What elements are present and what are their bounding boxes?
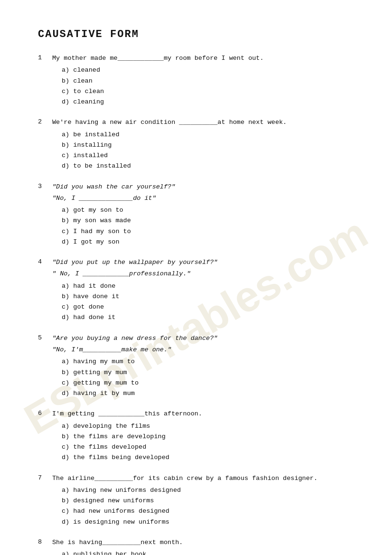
option-item: a) having my mum to	[62, 357, 354, 367]
options-list: a) got my son tob) my son was madec) I h…	[52, 205, 354, 247]
question-body: "Are you buying a new dress for the danc…	[52, 334, 354, 399]
option-item: b) getting my mum	[62, 367, 354, 378]
question-text: The airline__________for its cabin crew …	[52, 474, 354, 483]
option-item: d) the films being developed	[62, 452, 354, 463]
option-item: c) to clean	[62, 86, 354, 97]
options-list: a) be installedb) installingc) installed…	[52, 130, 354, 172]
option-item: d) having it by mum	[62, 388, 354, 399]
questions-container: 1My mother made me____________my room be…	[38, 54, 354, 555]
question-number: 5	[38, 334, 52, 341]
question-body: I'm getting ____________this afternoon.a…	[52, 409, 354, 463]
option-item: c) got done	[62, 302, 354, 312]
option-item: d) is designing new uniforms	[62, 517, 354, 527]
option-item: a) be installed	[62, 130, 354, 140]
question-number: 4	[38, 258, 52, 265]
question-body: She is having__________next month.a) pub…	[52, 538, 354, 555]
option-item: b) the films are developing	[62, 432, 354, 442]
option-item: c) had new uniforms designed	[62, 506, 354, 517]
question-body: "Did you wash the car yourself?""No, I _…	[52, 182, 354, 248]
question-text-line: "No, I ______________do it"	[52, 194, 354, 203]
option-item: a) having new uniforms designed	[62, 485, 354, 496]
option-item: a) cleaned	[62, 65, 354, 75]
options-list: a) having new uniforms designedb) design…	[52, 485, 354, 527]
question-number: 6	[38, 409, 52, 417]
question-body: "Did you put up the wallpaper by yoursel…	[52, 258, 354, 323]
option-item: c) the films developed	[62, 442, 354, 452]
options-list: a) having my mum tob) getting my mumc) g…	[52, 357, 354, 399]
option-item: b) clean	[62, 76, 354, 86]
option-item: c) getting my mum to	[62, 378, 354, 388]
question-text: I'm getting ____________this afternoon.	[52, 409, 354, 419]
question-text: My mother made me____________my room bef…	[52, 54, 354, 63]
question-body: We're having a new air condition _______…	[52, 118, 354, 171]
question-number: 1	[38, 54, 52, 61]
question-text-line: "Are you buying a new dress for the danc…	[52, 334, 354, 343]
question-block: 5"Are you buying a new dress for the dan…	[38, 334, 354, 399]
question-block: 8She is having__________next month.a) pu…	[38, 538, 354, 555]
option-item: b) installing	[62, 140, 354, 151]
question-number: 8	[38, 538, 52, 546]
option-item: a) developing the films	[62, 421, 354, 432]
page-title: CAUSATIVE FORM	[38, 28, 354, 40]
question-block: 3"Did you wash the car yourself?""No, I …	[38, 182, 354, 248]
question-number: 7	[38, 474, 52, 481]
question-text-line: " No, I ____________professionally."	[52, 269, 354, 279]
options-list: a) developing the filmsb) the films are …	[52, 421, 354, 463]
option-item: c) I had my son to	[62, 226, 354, 237]
option-item: d) to be installed	[62, 161, 354, 171]
option-item: b) designed new uniforms	[62, 496, 354, 506]
option-item: d) I got my son	[62, 237, 354, 247]
question-text: We're having a new air condition _______…	[52, 118, 354, 127]
options-list: a) publishing her bookb) her book publis…	[52, 549, 354, 555]
question-block: 6I'm getting ____________this afternoon.…	[38, 409, 354, 463]
question-block: 2We're having a new air condition ______…	[38, 118, 354, 171]
option-item: a) had it done	[62, 281, 354, 292]
question-block: 1My mother made me____________my room be…	[38, 54, 354, 107]
question-text: She is having__________next month.	[52, 538, 354, 547]
option-item: b) my son was made	[62, 216, 354, 226]
option-item: d) cleaning	[62, 97, 354, 107]
option-item: a) got my son to	[62, 205, 354, 216]
question-block: 4"Did you put up the wallpaper by yourse…	[38, 258, 354, 323]
option-item: b) have done it	[62, 292, 354, 302]
question-text-line: "Did you wash the car yourself?"	[52, 182, 354, 192]
question-number: 2	[38, 118, 52, 125]
option-item: d) had done it	[62, 312, 354, 323]
question-body: The airline__________for its cabin crew …	[52, 474, 354, 527]
option-item: a) publishing her book	[62, 549, 354, 555]
question-body: My mother made me____________my room bef…	[52, 54, 354, 107]
question-text-line: "No, I'm__________make me one."	[52, 345, 354, 355]
question-text-line: "Did you put up the wallpaper by yoursel…	[52, 258, 354, 267]
options-list: a) cleanedb) cleanc) to cleand) cleaning	[52, 65, 354, 107]
option-item: c) installed	[62, 151, 354, 161]
page-content: CAUSATIVE FORM 1My mother made me_______…	[38, 28, 354, 555]
options-list: a) had it doneb) have done itc) got done…	[52, 281, 354, 323]
question-number: 3	[38, 182, 52, 190]
question-block: 7The airline__________for its cabin crew…	[38, 474, 354, 527]
